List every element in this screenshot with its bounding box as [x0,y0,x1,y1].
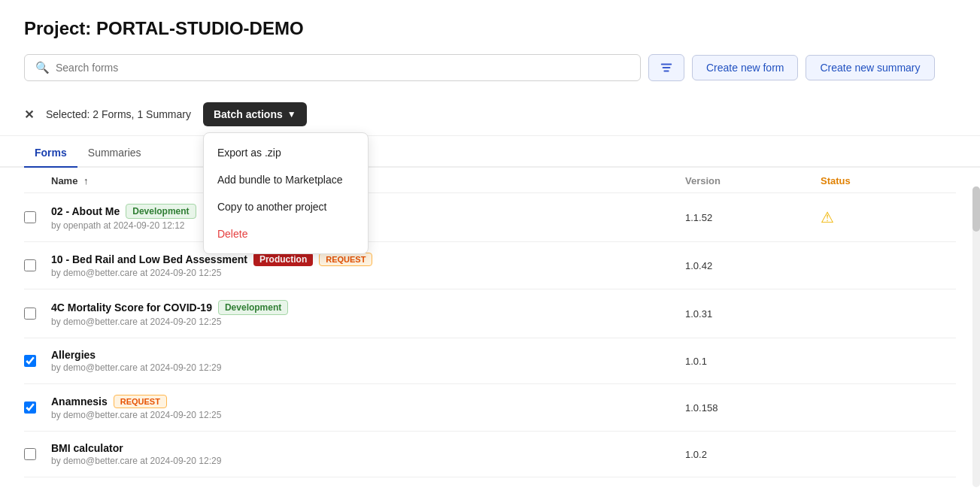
close-selection-button[interactable]: ✕ [24,108,34,122]
table-header: Name ↑ Version Status [24,168,956,193]
row-version-4: 1.0.158 [685,402,821,414]
export-zip-item[interactable]: Export as .zip [204,139,368,166]
delete-item[interactable]: Delete [204,220,368,247]
search-input[interactable] [56,62,630,74]
search-box: 🔍 [24,54,641,81]
row-checkbox-0[interactable] [24,211,51,223]
scrollbar-thumb[interactable] [972,186,980,232]
row-status-0: ⚠ [821,208,956,226]
toolbar: 🔍 Create new form Create new summary [24,54,956,81]
batch-actions-dropdown: Export as .zip Add bundle to Marketplace… [203,132,369,254]
row-name-2: 4C Mortality Score for COVID-19 Developm… [51,300,685,327]
chevron-down-icon: ▼ [287,109,296,120]
table-row: Allergies by demo@better.care at 2024-09… [24,338,956,384]
col-check [24,175,51,186]
selection-text: Selected: 2 Forms, 1 Summary [46,108,191,120]
table-row: 10 - Bed Rail and Low Bed Assessment Pro… [24,242,956,289]
copy-project-item[interactable]: Copy to another project [204,193,368,220]
row-version-2: 1.0.31 [685,308,821,320]
row-version-1: 1.0.42 [685,260,821,271]
forms-table: Name ↑ Version Status 02 - About Me Deve… [0,168,980,477]
table-row: 02 - About Me Development by openpath at… [24,193,956,242]
row-version-0: 1.1.52 [685,212,821,223]
row-name-5: BMI calculator by demo@better.care at 20… [51,442,685,466]
row-checkbox-1[interactable] [24,259,51,271]
row-checkbox-3[interactable] [24,355,51,367]
scrollbar-track [972,186,980,487]
row-checkbox-5[interactable] [24,448,51,460]
sort-asc-icon: ↑ [83,175,89,186]
filter-button[interactable] [648,54,684,81]
row-version-3: 1.0.1 [685,356,821,367]
col-version: Version [685,175,821,186]
tab-forms[interactable]: Forms [24,139,77,168]
page-title: Project: PORTAL-STUDIO-DEMO [24,18,956,39]
add-marketplace-item[interactable]: Add bundle to Marketplace [204,166,368,193]
row-name-4: Anamnesis REQUEST by demo@better.care at… [51,395,685,420]
table-row: BMI calculator by demo@better.care at 20… [24,432,956,477]
create-form-button[interactable]: Create new form [692,55,798,80]
col-status: Status [821,175,956,186]
warning-icon: ⚠ [821,208,834,226]
tab-summaries[interactable]: Summaries [77,139,152,168]
create-summary-button[interactable]: Create new summary [806,55,934,80]
row-version-5: 1.0.2 [685,449,821,460]
selection-bar: ✕ Selected: 2 Forms, 1 Summary Batch act… [0,93,980,136]
row-checkbox-2[interactable] [24,308,51,320]
row-checkbox-4[interactable] [24,401,51,414]
search-icon: 🔍 [35,61,50,74]
table-row: 4C Mortality Score for COVID-19 Developm… [24,289,956,338]
tabs: Forms Summaries [0,139,980,168]
row-name-3: Allergies by demo@better.care at 2024-09… [51,349,685,373]
filter-icon [660,61,673,74]
row-name-1: 10 - Bed Rail and Low Bed Assessment Pro… [51,253,685,278]
batch-actions-button[interactable]: Batch actions ▼ [203,102,307,126]
table-row: Anamnesis REQUEST by demo@better.care at… [24,384,956,432]
